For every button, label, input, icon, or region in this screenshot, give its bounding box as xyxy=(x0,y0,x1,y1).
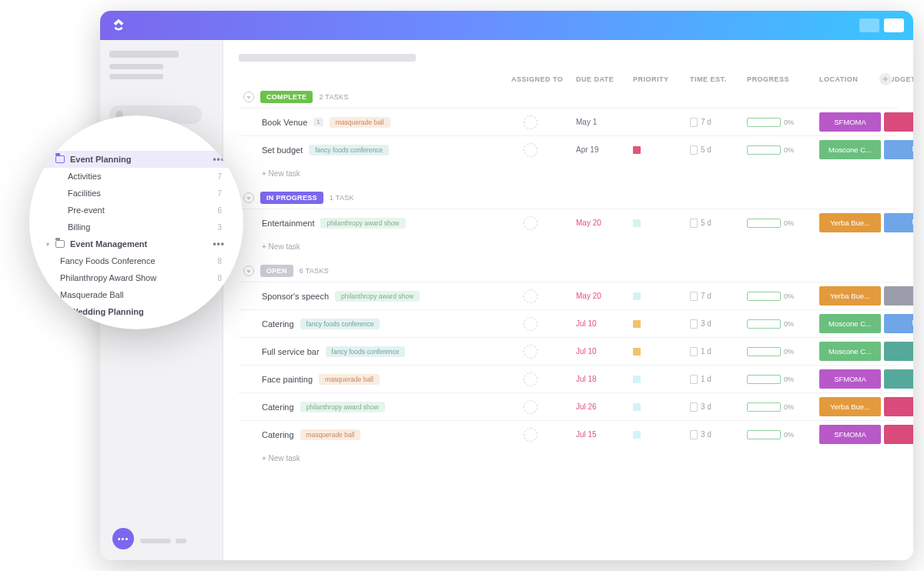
assignee-avatar[interactable] xyxy=(524,400,537,414)
sidebar-list[interactable]: Pre-event6 xyxy=(42,202,231,219)
progress-cell[interactable]: 0% xyxy=(747,219,816,228)
task-tag[interactable]: fancy foods conference xyxy=(309,145,389,155)
task-row[interactable]: Face painting masquerade ball Jul 18 1 d… xyxy=(239,365,898,392)
priority-flag-icon[interactable] xyxy=(633,320,641,328)
due-date[interactable]: May 20 xyxy=(576,292,630,300)
progress-cell[interactable]: 0% xyxy=(747,118,816,127)
sidebar-list[interactable]: Fancy Foods Conference8 xyxy=(42,252,231,269)
due-date[interactable]: May 1 xyxy=(576,118,630,126)
chevron-icon[interactable]: ▾ xyxy=(46,241,52,248)
col-assigned[interactable]: ASSIGNED TO xyxy=(511,75,573,83)
col-location[interactable]: LOCATION xyxy=(819,75,881,83)
location-chip[interactable]: Yerba Bue... xyxy=(819,397,881,416)
time-estimate[interactable]: 3 d xyxy=(690,430,744,439)
due-date[interactable]: Jul 15 xyxy=(576,430,630,439)
task-row[interactable]: Book Venue 1 masquerade ball May 1 7 d 0… xyxy=(239,108,898,135)
sidebar-list[interactable]: Billing3 xyxy=(42,219,231,235)
sidebar-list[interactable]: Activities7 xyxy=(42,168,231,185)
due-date[interactable]: Jul 18 xyxy=(576,375,630,383)
time-estimate[interactable]: 3 d xyxy=(690,319,744,329)
task-row[interactable]: Full service bar fancy foods conference … xyxy=(239,337,898,365)
assignee-avatar[interactable] xyxy=(524,317,537,331)
task-row[interactable]: Sponsor's speech philanthropy award show… xyxy=(239,282,898,309)
time-estimate[interactable]: 1 d xyxy=(690,375,744,384)
time-estimate[interactable]: 7 d xyxy=(690,292,744,301)
group-header[interactable]: COMPLETE 2 TASKS xyxy=(239,86,898,108)
task-tag[interactable]: masquerade ball xyxy=(319,374,380,385)
budget-chip[interactable]: Over xyxy=(884,425,913,444)
due-date[interactable]: Jul 10 xyxy=(576,347,630,356)
chevron-icon[interactable]: ▾ xyxy=(46,156,52,163)
group-header[interactable]: IN PROGRESS 1 TASK xyxy=(239,187,898,209)
progress-cell[interactable]: 0% xyxy=(747,347,816,356)
new-task-button[interactable]: + New task xyxy=(239,236,898,257)
task-row[interactable]: Catering fancy foods conference Jul 10 3… xyxy=(239,309,898,337)
task-tag[interactable]: philanthropy award show xyxy=(335,291,420,302)
col-progress[interactable]: PROGRESS xyxy=(747,75,816,83)
sidebar-folder[interactable]: ▾Event Planning••• xyxy=(42,151,231,168)
add-column-button[interactable]: + xyxy=(879,73,892,85)
progress-cell[interactable]: 0% xyxy=(747,319,816,329)
budget-chip[interactable]: Even xyxy=(884,369,913,389)
collapse-icon[interactable] xyxy=(243,92,254,102)
col-timeest[interactable]: TIME EST. xyxy=(690,75,744,83)
time-estimate[interactable]: 5 d xyxy=(690,145,744,155)
task-tag[interactable]: fancy foods conference xyxy=(326,346,406,357)
progress-cell[interactable]: 0% xyxy=(747,375,816,384)
assignee-avatar[interactable] xyxy=(524,115,537,129)
location-chip[interactable]: Moscone C... xyxy=(819,314,881,333)
new-task-button[interactable]: + New task xyxy=(239,448,898,469)
budget-chip[interactable]: Under xyxy=(884,213,913,232)
location-chip[interactable]: SFMOMA xyxy=(819,369,881,389)
header-toggle-2[interactable] xyxy=(884,18,904,32)
sidebar-folder[interactable]: ▾Event Management••• xyxy=(42,235,231,252)
new-task-button[interactable]: + New task xyxy=(239,163,898,184)
assignee-avatar[interactable] xyxy=(524,289,537,303)
sidebar-list[interactable]: Facilities7 xyxy=(42,185,231,202)
task-row[interactable]: Catering philanthropy award show Jul 26 … xyxy=(239,392,898,420)
location-chip[interactable]: SFMOMA xyxy=(819,425,881,444)
subtask-count[interactable]: 1 xyxy=(313,118,323,126)
status-chip[interactable]: COMPLETE xyxy=(260,91,313,103)
group-header[interactable]: OPEN 6 TASKS xyxy=(239,260,898,282)
chevron-icon[interactable]: ▸ xyxy=(46,309,52,316)
task-tag[interactable]: philanthropy award show xyxy=(300,402,385,412)
due-date[interactable]: May 20 xyxy=(576,219,630,227)
task-row[interactable]: Set budget fancy foods conference Apr 19… xyxy=(239,135,898,163)
task-tag[interactable]: fancy foods conference xyxy=(300,319,380,329)
due-date[interactable]: Jul 26 xyxy=(576,402,630,411)
sidebar-list[interactable]: Masquerade Ball8 xyxy=(42,286,231,303)
progress-cell[interactable]: 0% xyxy=(747,145,816,155)
task-tag[interactable]: masquerade ball xyxy=(300,429,361,440)
progress-cell[interactable]: 0% xyxy=(747,292,816,301)
assignee-avatar[interactable] xyxy=(524,345,537,359)
assignee-avatar[interactable] xyxy=(524,143,537,157)
status-chip[interactable]: IN PROGRESS xyxy=(260,192,323,204)
budget-chip[interactable]: Under xyxy=(884,140,913,159)
due-date[interactable]: Jul 10 xyxy=(576,319,630,328)
task-row[interactable]: Catering masquerade ball Jul 15 3 d 0% S… xyxy=(239,420,898,448)
priority-flag-icon[interactable] xyxy=(633,292,641,300)
priority-flag-icon[interactable] xyxy=(633,376,641,383)
due-date[interactable]: Apr 19 xyxy=(576,145,630,154)
location-chip[interactable]: Moscone C... xyxy=(819,342,881,361)
progress-cell[interactable]: 0% xyxy=(747,430,816,439)
location-chip[interactable]: Yerba Bue... xyxy=(819,286,881,306)
priority-flag-icon[interactable] xyxy=(633,219,641,227)
more-icon[interactable]: ••• xyxy=(213,239,225,249)
assignee-avatar[interactable] xyxy=(524,216,537,230)
chat-button[interactable]: ••• xyxy=(112,528,134,549)
location-chip[interactable]: Yerba Bue... xyxy=(819,213,881,232)
time-estimate[interactable]: 7 d xyxy=(690,118,744,127)
budget-chip[interactable]: Under xyxy=(884,314,913,333)
location-chip[interactable]: Moscone C... xyxy=(819,140,881,159)
assignee-avatar[interactable] xyxy=(524,428,537,442)
sidebar-list[interactable]: Philanthropy Award Show8 xyxy=(42,269,231,286)
time-estimate[interactable]: 5 d xyxy=(690,219,744,228)
task-row[interactable]: Entertainment philanthropy award show Ma… xyxy=(239,209,898,236)
location-chip[interactable]: SFMOMA xyxy=(819,112,881,132)
header-toggle-1[interactable] xyxy=(859,18,879,32)
budget-chip[interactable]: Over xyxy=(884,112,913,132)
budget-chip[interactable]: Over xyxy=(884,397,913,416)
col-due[interactable]: DUE DATE xyxy=(576,75,630,83)
